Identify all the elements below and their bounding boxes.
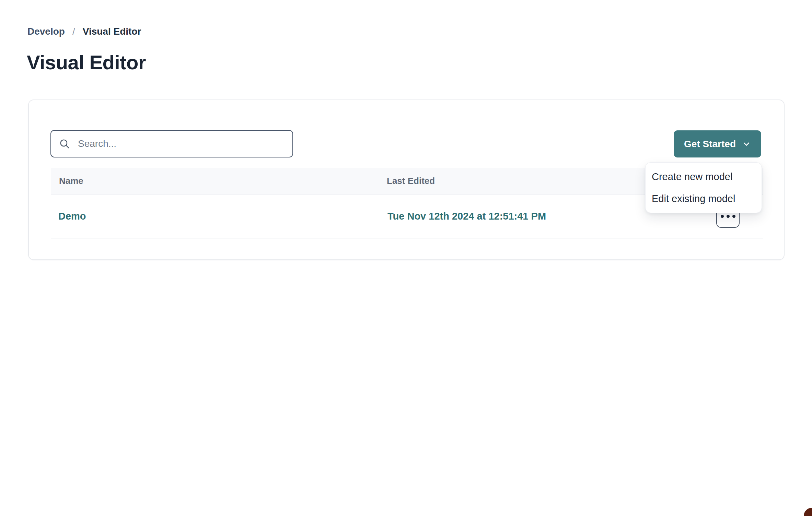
column-header-name: Name: [51, 176, 387, 186]
ellipsis-icon: [727, 215, 730, 218]
breadcrumb-separator: /: [72, 26, 75, 37]
menu-item-create-new-model[interactable]: Create new model: [646, 166, 762, 188]
ellipsis-icon: [721, 215, 724, 218]
page-title: Visual Editor: [27, 51, 146, 74]
ellipsis-icon: [732, 215, 735, 218]
chevron-down-icon: [742, 140, 751, 149]
model-name-link[interactable]: Demo: [51, 211, 387, 222]
last-edited-value: Tue Nov 12th 2024 at 12:51:41 PM: [387, 211, 693, 222]
search-box[interactable]: [50, 130, 293, 157]
search-icon: [59, 138, 70, 150]
get-started-dropdown: Create new model Edit existing model: [645, 162, 762, 213]
get-started-label: Get Started: [684, 139, 736, 150]
visual-editor-page: Develop / Visual Editor Visual Editor Ge…: [0, 0, 812, 516]
breadcrumb-item-visual-editor: Visual Editor: [83, 26, 141, 37]
breadcrumb-item-develop[interactable]: Develop: [27, 26, 65, 37]
get-started-button[interactable]: Get Started: [674, 130, 761, 157]
corner-decoration: [804, 508, 812, 516]
menu-item-edit-existing-model[interactable]: Edit existing model: [646, 188, 762, 210]
breadcrumb: Develop / Visual Editor: [27, 26, 141, 37]
search-input[interactable]: [77, 138, 286, 150]
